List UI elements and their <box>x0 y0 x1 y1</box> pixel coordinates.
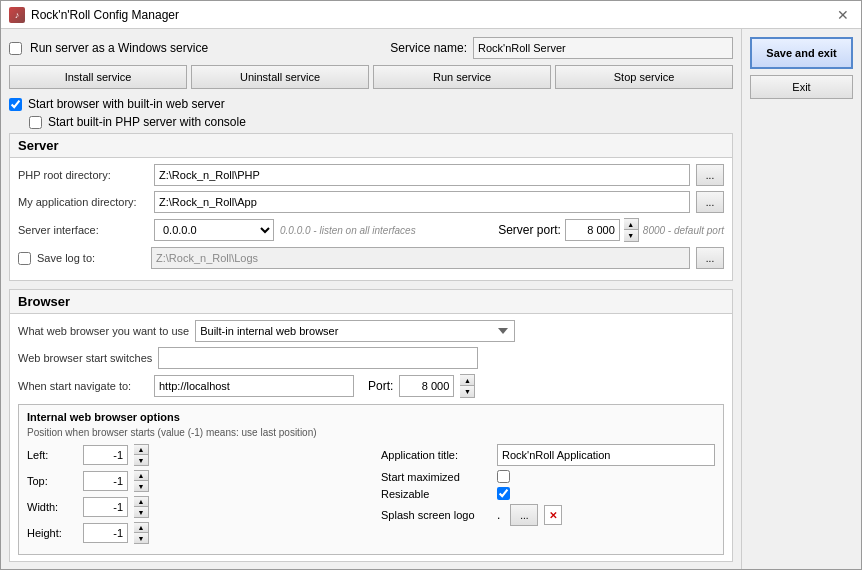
app-dir-row: My application directory: ... <box>18 191 724 213</box>
server-interface-row: Server interface: 0.0.0.0 127.0.0.1 loca… <box>18 218 724 242</box>
position-col: Left: ▲ ▼ Top: <box>27 444 361 548</box>
app-title-row: Application title: <box>381 444 715 466</box>
splash-logo-label: Splash screen logo <box>381 509 491 521</box>
start-maximized-checkbox[interactable] <box>497 470 510 483</box>
server-port-up-button[interactable]: ▲ <box>624 219 638 230</box>
top-pos-row: Top: ▲ ▼ <box>27 470 361 492</box>
title-bar-left: ♪ Rock'n'Roll Config Manager <box>9 7 179 23</box>
resizable-checkbox[interactable] <box>497 487 510 500</box>
width-pos-row: Width: ▲ ▼ <box>27 496 361 518</box>
window-title: Rock'n'Roll Config Manager <box>31 8 179 22</box>
close-button[interactable]: ✕ <box>833 5 853 25</box>
app-dir-browse-button[interactable]: ... <box>696 191 724 213</box>
service-name-input[interactable] <box>473 37 733 59</box>
php-root-label: PHP root directory: <box>18 169 148 181</box>
server-interface-select[interactable]: 0.0.0.0 127.0.0.1 localhost <box>154 219 274 241</box>
service-name-group: Service name: <box>390 37 733 59</box>
save-log-input[interactable] <box>151 247 690 269</box>
app-dir-label: My application directory: <box>18 196 148 208</box>
windows-service-label: Run server as a Windows service <box>30 41 208 55</box>
server-port-group: Server port: ▲ ▼ 8000 - default port <box>498 218 724 242</box>
width-pos-input[interactable] <box>83 497 128 517</box>
left-pos-input[interactable] <box>83 445 128 465</box>
server-section-content: PHP root directory: ... My application d… <box>10 158 732 280</box>
server-interface-label: Server interface: <box>18 224 148 236</box>
start-php-row: Start built-in PHP server with console <box>29 115 733 129</box>
uninstall-service-button[interactable]: Uninstall service <box>191 65 369 89</box>
height-pos-input[interactable] <box>83 523 128 543</box>
server-port-input[interactable] <box>565 219 620 241</box>
browser-port-down-button[interactable]: ▼ <box>460 386 474 397</box>
app-dir-input[interactable] <box>154 191 690 213</box>
save-log-browse-button[interactable]: ... <box>696 247 724 269</box>
width-pos-up-button[interactable]: ▲ <box>134 497 148 507</box>
run-service-button[interactable]: Run service <box>373 65 551 89</box>
splash-delete-button[interactable]: ✕ <box>544 505 562 525</box>
service-row: Run server as a Windows service Service … <box>9 37 733 59</box>
service-buttons: Install service Uninstall service Run se… <box>9 65 733 89</box>
left-pos-down-button[interactable]: ▼ <box>134 455 148 465</box>
start-browser-row: Start browser with built-in web server <box>9 97 733 111</box>
top-pos-label: Top: <box>27 475 77 487</box>
browser-section-content: What web browser you want to use Built-i… <box>10 314 732 561</box>
navigate-to-input[interactable] <box>154 375 354 397</box>
height-pos-down-button[interactable]: ▼ <box>134 533 148 543</box>
browser-port-input[interactable] <box>399 375 454 397</box>
browser-section-title: Browser <box>10 290 732 314</box>
inner-options-subtitle: Position when browser starts (value (-1)… <box>27 427 715 438</box>
start-browser-checkbox[interactable] <box>9 98 22 111</box>
left-pos-label: Left: <box>27 449 77 461</box>
php-root-input[interactable] <box>154 164 690 186</box>
save-exit-button[interactable]: Save and exit <box>750 37 853 69</box>
resizable-row: Resizable <box>381 487 715 500</box>
php-root-browse-button[interactable]: ... <box>696 164 724 186</box>
browser-switches-input[interactable] <box>158 347 478 369</box>
start-php-checkbox[interactable] <box>29 116 42 129</box>
browser-section: Browser What web browser you want to use… <box>9 289 733 562</box>
exit-button[interactable]: Exit <box>750 75 853 99</box>
splash-logo-value: . <box>497 508 500 522</box>
server-section-title: Server <box>10 134 732 158</box>
server-port-down-button[interactable]: ▼ <box>624 230 638 241</box>
height-pos-up-button[interactable]: ▲ <box>134 523 148 533</box>
top-pos-spinner: ▲ ▼ <box>134 470 149 492</box>
php-root-row: PHP root directory: ... <box>18 164 724 186</box>
browser-type-select[interactable]: Built-in internal web browser Default sy… <box>195 320 515 342</box>
splash-logo-row: Splash screen logo . ... ✕ <box>381 504 715 526</box>
main-window: ♪ Rock'n'Roll Config Manager ✕ Run serve… <box>0 0 862 570</box>
left-pos-row: Left: ▲ ▼ <box>27 444 361 466</box>
server-port-spinner: ▲ ▼ <box>624 218 639 242</box>
title-bar: ♪ Rock'n'Roll Config Manager ✕ <box>1 1 861 29</box>
browser-port-spinner: ▲ ▼ <box>460 374 475 398</box>
windows-service-checkbox[interactable] <box>9 42 22 55</box>
width-pos-down-button[interactable]: ▼ <box>134 507 148 517</box>
stop-service-button[interactable]: Stop service <box>555 65 733 89</box>
browser-port-up-button[interactable]: ▲ <box>460 375 474 386</box>
width-pos-spinner: ▲ ▼ <box>134 496 149 518</box>
install-service-button[interactable]: Install service <box>9 65 187 89</box>
app-options-col: Application title: Start maximized Resiz… <box>381 444 715 548</box>
left-pos-spinner: ▲ ▼ <box>134 444 149 466</box>
top-pos-down-button[interactable]: ▼ <box>134 481 148 491</box>
content-area: Run server as a Windows service Service … <box>1 29 861 569</box>
server-port-label: Server port: <box>498 223 561 237</box>
inner-two-col: Left: ▲ ▼ Top: <box>27 444 715 548</box>
start-maximized-label: Start maximized <box>381 471 491 483</box>
resizable-label: Resizable <box>381 488 491 500</box>
splash-browse-button[interactable]: ... <box>510 504 538 526</box>
save-log-checkbox[interactable] <box>18 252 31 265</box>
top-pos-up-button[interactable]: ▲ <box>134 471 148 481</box>
browser-type-label: What web browser you want to use <box>18 325 189 337</box>
app-icon: ♪ <box>9 7 25 23</box>
left-pos-up-button[interactable]: ▲ <box>134 445 148 455</box>
width-pos-label: Width: <box>27 501 77 513</box>
browser-switches-label: Web browser start switches <box>18 352 152 364</box>
top-pos-input[interactable] <box>83 471 128 491</box>
browser-switches-row: Web browser start switches <box>18 347 724 369</box>
start-browser-label: Start browser with built-in web server <box>28 97 225 111</box>
app-title-input[interactable] <box>497 444 715 466</box>
server-port-hint: 8000 - default port <box>643 225 724 236</box>
internal-browser-options: Internal web browser options Position wh… <box>18 404 724 555</box>
browser-type-row: What web browser you want to use Built-i… <box>18 320 724 342</box>
start-maximized-row: Start maximized <box>381 470 715 483</box>
